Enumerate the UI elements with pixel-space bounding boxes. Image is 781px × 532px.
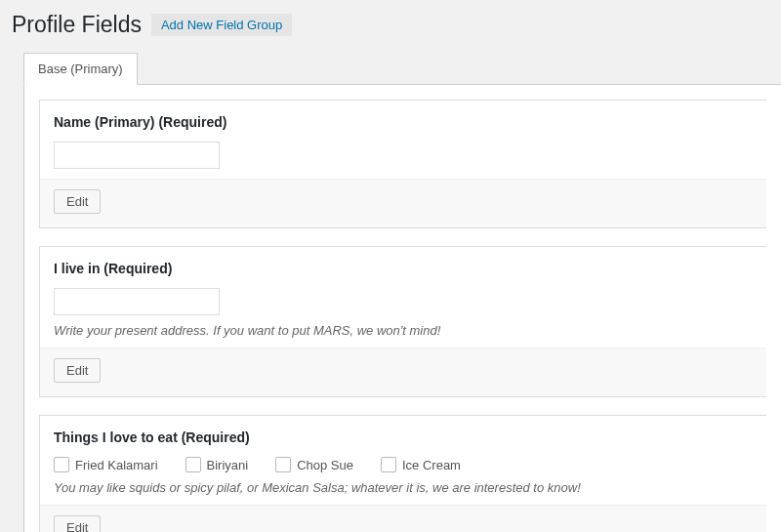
field-bottom: Edit: [40, 505, 766, 532]
field-block-i-live-in: I live in (Required) Write your present …: [39, 246, 766, 397]
tab-base-primary[interactable]: Base (Primary): [23, 53, 138, 85]
edit-button[interactable]: Edit: [54, 515, 101, 532]
checkbox-input[interactable]: [54, 457, 69, 472]
field-block-things-i-love-to-eat: Things I love to eat (Required) Fried Ka…: [39, 415, 766, 532]
page-header: Profile Fields Add New Field Group: [12, 12, 781, 38]
checkbox-label: Ice Cream: [402, 458, 461, 472]
checkbox-label: Fried Kalamari: [75, 458, 158, 472]
field-block-name: Name (Primary) (Required) Edit: [39, 100, 766, 228]
checkbox-input[interactable]: [185, 457, 201, 472]
field-bottom: Edit: [40, 179, 766, 227]
checkbox-input[interactable]: [275, 457, 291, 472]
checkbox-label: Chop Sue: [297, 458, 353, 472]
tab-bar: Base (Primary): [23, 53, 781, 85]
field-top: I live in (Required) Write your present …: [40, 247, 766, 348]
field-top: Things I love to eat (Required) Fried Ka…: [40, 416, 766, 505]
checkbox-row: Fried Kalamari Biriyani Chop Sue Ice Cre…: [54, 457, 753, 472]
field-title: Name (Primary) (Required): [54, 114, 753, 130]
checkbox-item-chop-sue[interactable]: Chop Sue: [275, 457, 353, 472]
field-hint: You may like squids or spicy pilaf, or M…: [54, 480, 753, 495]
page-title: Profile Fields: [12, 12, 142, 38]
i-live-in-input[interactable]: [54, 288, 220, 315]
checkbox-item-fried-kalamari[interactable]: Fried Kalamari: [54, 457, 158, 472]
field-bottom: Edit: [40, 348, 766, 396]
edit-button[interactable]: Edit: [54, 358, 101, 383]
name-input[interactable]: [54, 142, 220, 169]
checkbox-label: Biriyani: [207, 458, 249, 472]
field-title: I live in (Required): [54, 261, 753, 276]
edit-button[interactable]: Edit: [54, 189, 101, 214]
field-top: Name (Primary) (Required): [40, 101, 766, 179]
checkbox-input[interactable]: [381, 457, 396, 472]
checkbox-item-biriyani[interactable]: Biriyani: [185, 457, 249, 472]
checkbox-item-ice-cream[interactable]: Ice Cream: [381, 457, 461, 472]
add-new-field-group-button[interactable]: Add New Field Group: [151, 14, 292, 36]
fields-panel: Name (Primary) (Required) Edit I live in…: [23, 84, 781, 532]
field-hint: Write your present address. If you want …: [54, 323, 753, 338]
field-title: Things I love to eat (Required): [54, 430, 753, 445]
